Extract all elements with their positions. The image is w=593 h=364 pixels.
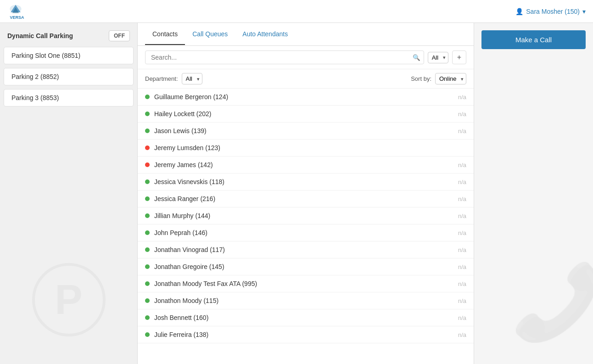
parking-slots-list: Parking Slot One (8851) Parking 2 (8852)… bbox=[0, 47, 137, 106]
contact-row[interactable]: Jessica Ranger (216)n/a bbox=[138, 190, 474, 207]
contact-na: n/a bbox=[458, 297, 466, 304]
contact-row[interactable]: Julie Ferreira (138)n/a bbox=[138, 326, 474, 343]
contact-na: n/a bbox=[458, 94, 466, 101]
contact-row[interactable]: John Peprah (146)n/a bbox=[138, 224, 474, 241]
status-dot bbox=[145, 281, 150, 286]
contact-name: John Peprah (146) bbox=[154, 229, 458, 236]
dept-sort-row: Department: All Sort by: Online Name bbox=[138, 69, 474, 89]
contact-name: Jeremy James (142) bbox=[154, 161, 458, 168]
contact-na: n/a bbox=[458, 111, 466, 118]
department-select[interactable]: All bbox=[182, 73, 202, 84]
search-input[interactable] bbox=[145, 50, 424, 64]
contact-name: Jonathan Vinograd (117) bbox=[154, 246, 458, 253]
sort-label: Sort by: bbox=[411, 75, 431, 82]
user-menu[interactable]: 👤 Sara Mosher (150) ▾ bbox=[515, 8, 586, 15]
contact-name: Hailey Lockett (202) bbox=[154, 110, 458, 118]
contact-row[interactable]: Hailey Lockett (202)n/a bbox=[138, 106, 474, 123]
make-call-panel: Make a Call 📞 bbox=[474, 23, 593, 364]
parking-toggle[interactable]: OFF bbox=[109, 30, 130, 41]
department-filter: Department: All bbox=[145, 73, 202, 84]
sort-select-wrapper: Online Name bbox=[435, 73, 466, 84]
tabs-bar: Contacts Call Queues Auto Attendants bbox=[138, 23, 474, 46]
status-dot bbox=[145, 146, 150, 150]
contact-na: n/a bbox=[458, 179, 466, 185]
search-button[interactable]: 🔍 bbox=[413, 54, 420, 61]
parking-slot-1[interactable]: Parking Slot One (8851) bbox=[4, 47, 134, 64]
contact-row[interactable]: Jonathan Gregoire (145)n/a bbox=[138, 258, 474, 275]
contact-filter-select[interactable]: All bbox=[428, 52, 448, 63]
main-layout: Dynamic Call Parking OFF Parking Slot On… bbox=[0, 23, 593, 364]
status-dot bbox=[145, 129, 150, 133]
contact-na: n/a bbox=[458, 213, 466, 219]
department-label: Department: bbox=[145, 75, 178, 82]
status-dot bbox=[145, 95, 150, 99]
status-dot bbox=[145, 298, 150, 303]
sidebar-header: Dynamic Call Parking OFF bbox=[0, 30, 137, 47]
contact-na: n/a bbox=[458, 280, 466, 287]
status-dot bbox=[145, 247, 150, 252]
status-dot bbox=[145, 162, 150, 167]
contact-name: Jeremy Lumsden (123) bbox=[154, 144, 466, 151]
contact-na: n/a bbox=[458, 263, 466, 270]
contact-name: Jonathan Moody Test Fax ATA (995) bbox=[154, 280, 458, 287]
phone-watermark: 📞 bbox=[510, 259, 593, 346]
contact-row[interactable]: Jonathan Vinograd (117)n/a bbox=[138, 241, 474, 258]
contact-name: Jessica Visnevskis (118) bbox=[154, 178, 458, 185]
parking-slot-3[interactable]: Parking 3 (8853) bbox=[4, 89, 134, 106]
contact-name: Jessica Ranger (216) bbox=[154, 195, 458, 202]
contact-na: n/a bbox=[458, 162, 466, 168]
contact-na: n/a bbox=[458, 128, 466, 134]
tab-call-queues[interactable]: Call Queues bbox=[185, 24, 235, 45]
sidebar-title: Dynamic Call Parking bbox=[7, 32, 73, 39]
chevron-down-icon: ▾ bbox=[582, 8, 586, 15]
search-wrapper: 🔍 bbox=[145, 50, 424, 64]
contact-row[interactable]: Jonathan Moody Test Fax ATA (995)n/a bbox=[138, 275, 474, 292]
contact-name: Jonathon Moody (115) bbox=[154, 297, 458, 304]
make-call-button[interactable]: Make a Call bbox=[481, 30, 586, 49]
svg-text:VERSATURE: VERSATURE bbox=[10, 15, 24, 20]
contact-row[interactable]: Guillaume Bergeron (124)n/a bbox=[138, 89, 474, 106]
contact-na: n/a bbox=[458, 246, 466, 253]
status-dot bbox=[145, 264, 150, 269]
status-dot bbox=[145, 196, 150, 201]
contact-na: n/a bbox=[458, 196, 466, 202]
status-dot bbox=[145, 179, 150, 184]
sidebar: Dynamic Call Parking OFF Parking Slot On… bbox=[0, 23, 138, 364]
contact-row[interactable]: Josh Bennett (160)n/a bbox=[138, 309, 474, 326]
contact-row[interactable]: Jeremy James (142)n/a bbox=[138, 157, 474, 174]
parking-slot-2[interactable]: Parking 2 (8852) bbox=[4, 68, 134, 85]
parking-watermark: P bbox=[32, 263, 106, 336]
logo-area: VERSATURE bbox=[7, 3, 24, 20]
center-panel: Contacts Call Queues Auto Attendants 🔍 A… bbox=[138, 23, 474, 364]
contact-name: Jason Lewis (139) bbox=[154, 127, 458, 134]
contact-row[interactable]: Jason Lewis (139)n/a bbox=[138, 123, 474, 140]
contact-name: Jillian Murphy (144) bbox=[154, 212, 458, 219]
contact-name: Julie Ferreira (138) bbox=[154, 331, 458, 338]
status-dot bbox=[145, 315, 150, 320]
status-dot bbox=[145, 112, 150, 116]
versature-logo: VERSATURE bbox=[7, 3, 24, 20]
search-icon: 🔍 bbox=[413, 54, 420, 61]
contact-na: n/a bbox=[458, 230, 466, 236]
filter-select-wrapper: All bbox=[428, 52, 448, 63]
contacts-toolbar: 🔍 All + bbox=[138, 46, 474, 69]
contact-row[interactable]: Jillian Murphy (144)n/a bbox=[138, 207, 474, 224]
app-header: VERSATURE 👤 Sara Mosher (150) ▾ bbox=[0, 0, 593, 23]
status-dot bbox=[145, 332, 150, 337]
contact-name: Guillaume Bergeron (124) bbox=[154, 93, 458, 101]
contact-name: Josh Bennett (160) bbox=[154, 314, 458, 321]
add-contact-button[interactable]: + bbox=[452, 50, 466, 64]
contact-na: n/a bbox=[458, 331, 466, 338]
user-label: Sara Mosher (150) bbox=[526, 8, 580, 15]
tab-auto-attendants[interactable]: Auto Attendants bbox=[235, 24, 295, 45]
contact-na: n/a bbox=[458, 314, 466, 321]
contact-row[interactable]: Jonathon Moody (115)n/a bbox=[138, 292, 474, 309]
contact-name: Jonathan Gregoire (145) bbox=[154, 263, 458, 270]
contact-row[interactable]: Jeremy Lumsden (123) bbox=[138, 140, 474, 157]
tab-contacts[interactable]: Contacts bbox=[145, 24, 185, 45]
status-dot bbox=[145, 213, 150, 218]
sort-select[interactable]: Online Name bbox=[435, 73, 466, 84]
user-icon: 👤 bbox=[515, 8, 523, 15]
sort-area: Sort by: Online Name bbox=[411, 73, 466, 84]
contact-row[interactable]: Jessica Visnevskis (118)n/a bbox=[138, 174, 474, 190]
